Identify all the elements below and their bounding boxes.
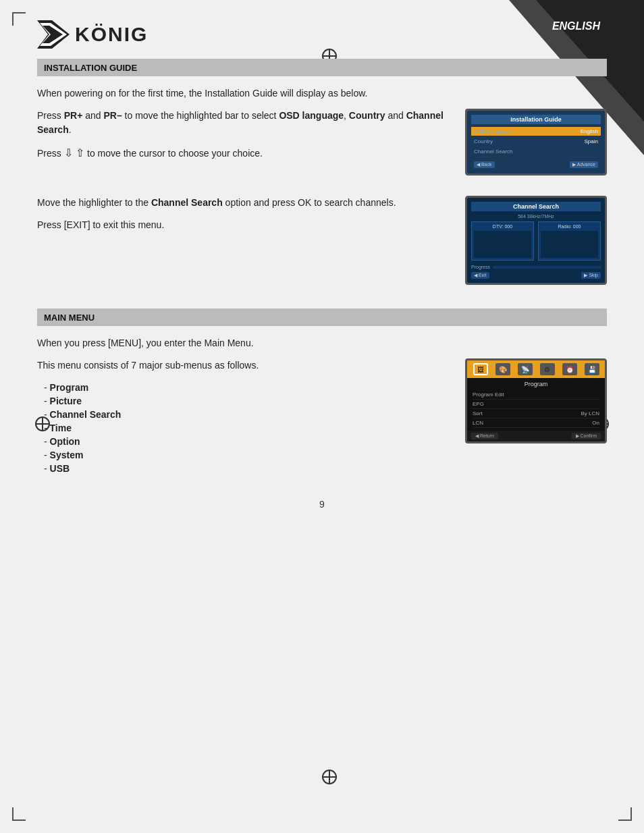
installation-screen-2: Channel Search 584 38kHz/7MHz DTV: 000 R…: [465, 196, 607, 295]
list-item: Time: [44, 421, 452, 435]
mm-item-lcn: LCNOn: [473, 419, 599, 428]
main-menu-block: This menu consists of 7 major sub-menus …: [37, 358, 607, 475]
cs-col-dtv: DTV: 000: [471, 221, 534, 261]
cs-dtv-content: [474, 231, 531, 258]
logo-icon: [37, 20, 70, 49]
installation-block-2: Move the highlighter to the Channel Sear…: [37, 196, 607, 295]
list-item: System: [44, 448, 452, 462]
installation-para-4: Press [EXIT] to exit this menu.: [37, 218, 452, 232]
cs-info: 584 38kHz/7MHz: [471, 214, 601, 219]
cs-columns: DTV: 000 Radio: 000: [471, 221, 601, 261]
corner-mark-br: [618, 807, 632, 821]
logo-text: KÖNIG: [75, 23, 148, 46]
installation-para-2: Press ⇩ ⇧ to move the cursor to choose y…: [37, 145, 452, 161]
main-menu-section: MAIN MENU When you press [MENU], you ent…: [37, 308, 607, 475]
ig-row-country: Country Spain: [471, 137, 601, 146]
ig-row-osd: OSD Language English: [471, 127, 601, 136]
list-item: Channel Search: [44, 408, 452, 421]
cs-screen: Channel Search 584 38kHz/7MHz DTV: 000 R…: [467, 198, 605, 283]
list-item: Program: [44, 381, 452, 394]
main-content: INSTALLATION GUIDE When powering on for …: [0, 59, 644, 475]
mm-item-program-edit: Program Edit: [473, 390, 599, 400]
mm-icon-picture: 🎨: [495, 363, 510, 375]
list-item: Picture: [44, 394, 452, 408]
screen-mockup-1: Installation Guide OSD Language English …: [465, 109, 607, 176]
main-menu-para1: This menu consists of 7 major sub-menus …: [37, 358, 452, 373]
corner-mark-bl: [12, 807, 26, 821]
ig-row-channel: Channel Search: [471, 147, 601, 156]
logo: KÖNIG: [37, 20, 148, 49]
list-item: Option: [44, 435, 452, 448]
installation-block-1: Press PR+ and PR– to move the highlighte…: [37, 109, 607, 186]
mm-icon-usb: 💾: [585, 363, 599, 375]
mm-item-epg: EPG: [473, 400, 599, 409]
list-item: USB: [44, 462, 452, 475]
cs-radio-content: [541, 231, 598, 258]
installation-guide-title: INSTALLATION GUIDE: [44, 63, 137, 73]
mm-screen: 🖼 🎨 📡 ⚙ ⏰ 💾 Program Program Edit: [467, 360, 605, 441]
cs-progress-bar: [493, 266, 601, 269]
mm-icon-option: ⚙: [540, 363, 555, 375]
cs-progress: Progress: [471, 265, 601, 269]
language-label: ENGLISH: [552, 20, 607, 32]
main-menu-text: This menu consists of 7 major sub-menus …: [37, 358, 452, 475]
english-label: ENGLISH: [552, 14, 607, 32]
mm-footer: ◀ Return ▶ Confirm: [467, 431, 605, 441]
mm-item-sort: SortBy LCN: [473, 409, 599, 419]
crosshair-bottom: [322, 770, 337, 784]
main-menu-screen: 🖼 🎨 📡 ⚙ ⏰ 💾 Program Program Edit: [465, 358, 607, 475]
main-menu-title: MAIN MENU: [44, 313, 95, 323]
main-menu-list: Program Picture Channel Search Time Opti…: [37, 381, 452, 475]
ig-title: Installation Guide: [471, 115, 601, 124]
mm-icons-bar: 🖼 🎨 📡 ⚙ ⏰ 💾: [467, 360, 605, 378]
mm-icon-program: 🖼: [473, 363, 488, 375]
header: KÖNIG ENGLISH: [0, 0, 644, 59]
main-menu-header: MAIN MENU: [37, 308, 607, 326]
installation-guide-header: INSTALLATION GUIDE: [37, 59, 607, 76]
ig-footer: ◀ Back ▶ Advance: [471, 160, 601, 169]
mm-icon-channel: 📡: [518, 363, 533, 375]
screen-mockup-3: 🖼 🎨 📡 ⚙ ⏰ 💾 Program Program Edit: [465, 358, 607, 444]
installation-para-3: Move the highlighter to the Channel Sear…: [37, 196, 452, 210]
installation-guide-intro: When powering on for the first time, the…: [37, 86, 607, 101]
installation-text-2: Move the highlighter to the Channel Sear…: [37, 196, 452, 295]
ig-screen: Installation Guide OSD Language English …: [467, 111, 605, 173]
main-menu-intro: When you press [MENU], you enter the Mai…: [37, 336, 607, 350]
mm-section-title: Program: [473, 381, 599, 387]
cs-footer: ◀ Exit ▶ Skip: [471, 272, 601, 279]
page-number: 9: [0, 485, 644, 520]
installation-text-1: Press PR+ and PR– to move the highlighte…: [37, 109, 452, 186]
screen-mockup-2: Channel Search 584 38kHz/7MHz DTV: 000 R…: [465, 196, 607, 285]
cs-col-radio: Radio: 000: [538, 221, 601, 261]
installation-para-1: Press PR+ and PR– to move the highlighte…: [37, 109, 452, 137]
mm-icon-time: ⏰: [562, 363, 577, 375]
installation-screen-1: Installation Guide OSD Language English …: [465, 109, 607, 186]
cs-title: Channel Search: [471, 202, 601, 211]
mm-body: Program Program Edit EPG SortBy LCN: [467, 378, 605, 431]
